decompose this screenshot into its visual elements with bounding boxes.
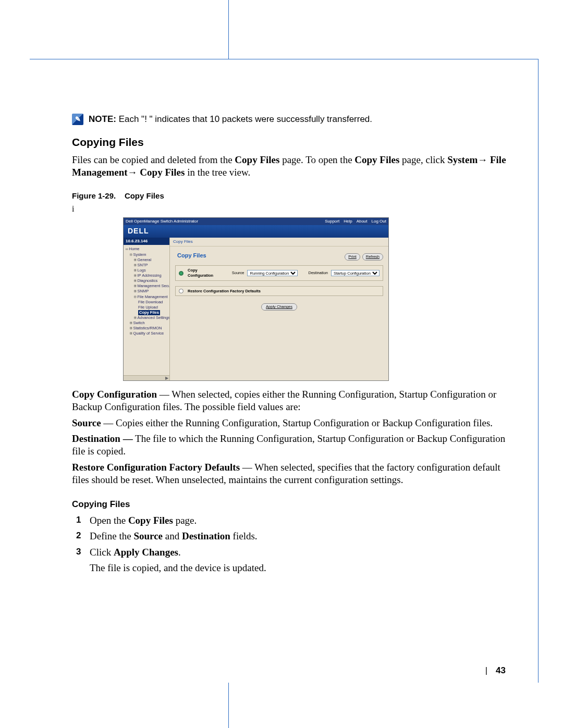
tree-item[interactable]: File Upload <box>126 305 168 310</box>
note-text: NOTE: Each "! " indicates that 10 packet… <box>89 114 372 125</box>
tree-item[interactable]: ⊞Advanced Settings <box>126 315 168 320</box>
print-button[interactable]: Print <box>345 253 360 261</box>
step-2: Define the Source and Destination fields… <box>72 530 511 542</box>
figure-marginal-i: i <box>72 204 511 214</box>
procedure-steps: Open the Copy Files page. Define the Sou… <box>72 514 511 559</box>
tree-copy-files-selected[interactable]: Copy Files <box>126 310 168 315</box>
tree-item[interactable]: ⊞Switch <box>126 320 168 326</box>
window-title: Dell OpenManage Switch Administrator <box>126 219 198 224</box>
intro-paragraph: Files can be copied and deleted from the… <box>72 154 511 179</box>
restore-defaults-label: Restore Configuration Factory Defaults <box>188 289 261 294</box>
content-area: ✎ NOTE: Each "! " indicates that 10 pack… <box>72 114 511 574</box>
note-body: Each "! " indicates that 10 packets were… <box>119 114 372 124</box>
source-label: Source <box>232 270 244 276</box>
def-source: Source — Copies either the Running Confi… <box>72 417 511 429</box>
frame-line <box>228 0 229 59</box>
def-restore-defaults: Restore Configuration Factory Defaults —… <box>72 461 511 487</box>
procedure-heading: Copying Files <box>72 499 511 510</box>
copy-config-label: Copy Configuration <box>188 268 217 278</box>
def-copy-configuration: Copy Configuration — When selected, copi… <box>72 388 511 414</box>
link-help[interactable]: Help <box>344 219 352 224</box>
tree-item[interactable]: ⊞General <box>126 257 168 263</box>
breadcrumb: Copy Files <box>170 238 388 246</box>
apply-changes-button[interactable]: Apply Changes <box>261 303 297 311</box>
sidebar-scrollbar[interactable]: ▶ <box>124 375 169 380</box>
restore-defaults-row: Restore Configuration Factory Defaults <box>175 286 383 297</box>
section-heading: Copying Files <box>72 135 511 150</box>
destination-select[interactable]: Startup Configuration <box>331 270 380 276</box>
source-select[interactable]: Running Configuration <box>247 270 298 276</box>
embedded-screenshot: Dell OpenManage Switch Administrator Sup… <box>123 217 389 381</box>
step-3: Click Apply Changes. <box>72 546 511 559</box>
tree-item[interactable]: ⊞Management Secu <box>126 283 168 289</box>
tree-item[interactable]: ⊞Quality of Service <box>126 331 168 336</box>
figure-caption: Figure 1-29. Copy Files <box>72 191 511 201</box>
sidebar: 10.6.23.146 ▭Home ⊟System ⊞General ⊞SNTP… <box>124 238 170 380</box>
note-callout: ✎ NOTE: Each "! " indicates that 10 pack… <box>72 114 511 125</box>
copy-config-row: Copy Configuration Source Running Config… <box>175 265 383 280</box>
tree-item[interactable]: ⊞Logs <box>126 268 168 273</box>
tree-file-management[interactable]: ⊟File Management <box>126 294 168 300</box>
tree-item[interactable]: ⊞IP Addressing <box>126 273 168 278</box>
brand-bar: DELL <box>124 225 388 238</box>
page-number: |43 <box>485 665 506 676</box>
tree-item[interactable]: ⊞SNMP <box>126 289 168 294</box>
note-icon: ✎ <box>72 114 83 125</box>
step-1: Open the Copy Files page. <box>72 514 511 527</box>
frame-line <box>538 59 538 683</box>
tree-item[interactable]: ⊞Statistics/RMON <box>126 326 168 331</box>
header-links: Support Help About Log Out <box>325 219 386 224</box>
window-titlebar: Dell OpenManage Switch Administrator Sup… <box>124 218 388 225</box>
device-ip: 10.6.23.146 <box>124 238 169 245</box>
tree-item[interactable]: ⊞Diagnostics <box>126 278 168 283</box>
tree-system[interactable]: ⊟System <box>126 252 168 257</box>
note-label: NOTE: <box>89 114 116 124</box>
procedure-result: The file is copied, and the device is up… <box>90 562 511 574</box>
frame-line <box>228 683 229 728</box>
nav-tree: ▭Home ⊟System ⊞General ⊞SNTP ⊞Logs ⊞IP A… <box>124 245 169 336</box>
copy-config-radio[interactable] <box>179 271 183 276</box>
destination-label: Destination <box>308 270 328 276</box>
tree-home[interactable]: ▭Home <box>126 246 168 252</box>
frame-line <box>30 59 538 59</box>
tree-item[interactable]: ⊞SNTP <box>126 263 168 268</box>
link-support[interactable]: Support <box>325 219 339 224</box>
tree-item[interactable]: File Download <box>126 300 168 305</box>
link-about[interactable]: About <box>357 219 368 224</box>
restore-defaults-radio[interactable] <box>179 289 183 293</box>
page: ✎ NOTE: Each "! " indicates that 10 pack… <box>0 0 563 728</box>
main-panel: Copy Files Copy Files Print Refresh Copy… <box>170 238 388 380</box>
def-destination: Destination — The file to which the Runn… <box>72 433 511 458</box>
link-logout[interactable]: Log Out <box>372 219 386 224</box>
refresh-button[interactable]: Refresh <box>362 253 383 261</box>
